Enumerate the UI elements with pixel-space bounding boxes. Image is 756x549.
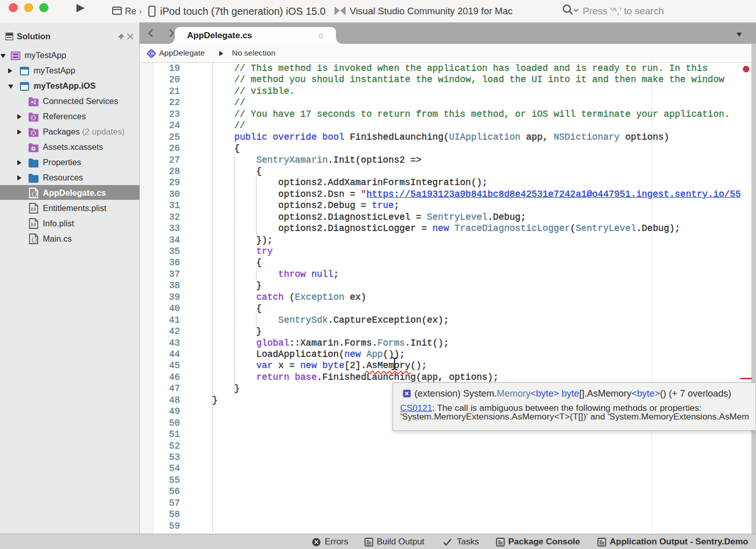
svg-text:{}: {} (31, 237, 38, 243)
svg-text:C: C (149, 50, 153, 57)
svg-text:{}: {} (31, 191, 38, 197)
